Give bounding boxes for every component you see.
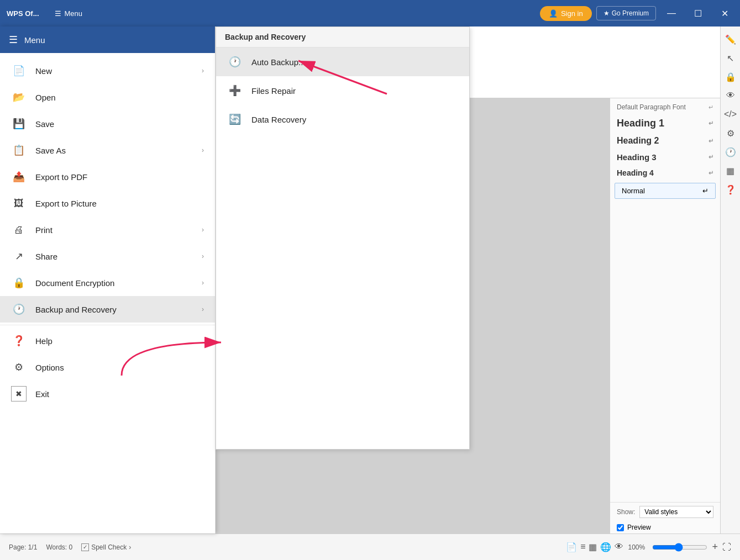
menu-item-share[interactable]: ↗ Share ›	[0, 243, 215, 270]
style-item-heading1[interactable]: Heading 1 ↵	[610, 114, 720, 133]
files-repair-label: Files Repair	[251, 86, 296, 96]
open-icon: 📂	[11, 89, 27, 105]
wps-logo: WPS Of...	[0, 0, 46, 27]
menu-items: 📄 New › 📂 Open 💾 Save 📋 Save As › 📤 Expo…	[0, 53, 215, 411]
export-picture-icon: 🖼	[11, 196, 27, 211]
submenu-item-data-recovery[interactable]: 🔄 Data Recovery	[216, 105, 469, 134]
return-icon: ↵	[708, 154, 713, 161]
show-label: Show:	[617, 508, 635, 516]
menu-item-export-pdf[interactable]: 📤 Export to PDF	[0, 163, 215, 190]
doc-encrypt-icon: 🔒	[11, 275, 27, 290]
words-info: Words: 0	[46, 543, 72, 551]
return-icon: ↵	[708, 138, 713, 145]
sidebar-icon-code[interactable]: </>	[722, 106, 739, 123]
data-recovery-label: Data Recovery	[251, 115, 306, 124]
submenu-item-files-repair[interactable]: ➕ Files Repair	[216, 76, 469, 105]
menu-item-new[interactable]: 📄 New ›	[0, 57, 215, 84]
save-as-label: Save As	[35, 146, 193, 155]
help-label: Help	[35, 336, 204, 346]
print-label: Print	[35, 225, 193, 235]
menu-item-open[interactable]: 📂 Open	[0, 84, 215, 110]
menu-item-save[interactable]: 💾 Save	[0, 110, 215, 137]
open-label: Open	[35, 93, 204, 102]
sidebar-icon-cursor[interactable]: ↖	[722, 50, 739, 66]
style-item-normal[interactable]: Normal ↵	[615, 183, 716, 199]
title-bar: WPS Of... ☰ Menu 👤 Sign in ★ Go Premium …	[0, 0, 740, 27]
menu-item-export-picture[interactable]: 🖼 Export to Picture	[0, 190, 215, 216]
view-icons: 📄 ≡ ▦ 🌐 👁	[566, 542, 623, 552]
sidebar-icon-help[interactable]: ❓	[722, 181, 739, 198]
preview-row: Preview	[610, 521, 720, 533]
backup-arrow: ›	[202, 305, 204, 313]
auto-backup-label: Auto Backup...	[251, 57, 306, 67]
zoom-in-icon[interactable]: +	[712, 541, 718, 553]
style-item-default[interactable]: Default Paragraph Font ↵	[610, 100, 720, 114]
style-item-heading3[interactable]: Heading 3 ↵	[610, 149, 720, 165]
style-item-heading2[interactable]: Heading 2 ↵	[610, 133, 720, 149]
style-list: Default Paragraph Font ↵ Heading 1 ↵ Hea…	[610, 98, 720, 502]
sidebar-icon-settings[interactable]: ⚙	[722, 125, 739, 141]
menu-header: ☰ Menu	[0, 27, 215, 53]
sidebar-icon-edit[interactable]: ✏️	[722, 31, 739, 47]
show-select[interactable]: Valid styles	[639, 506, 713, 518]
minimize-button[interactable]: —	[660, 0, 683, 27]
menu-item-exit[interactable]: ✖ Exit	[0, 381, 215, 407]
menu-item-backup[interactable]: 🕐 Backup and Recovery ›	[0, 296, 215, 323]
exit-label: Exit	[35, 389, 204, 399]
export-picture-label: Export to Picture	[35, 199, 204, 208]
options-icon: ⚙	[11, 360, 27, 375]
menu-item-help[interactable]: ❓ Help	[0, 327, 215, 354]
exit-icon: ✖	[11, 386, 27, 401]
save-label: Save	[35, 119, 204, 129]
chevron-spell: ›	[129, 543, 131, 551]
sidebar-icon-table[interactable]: ▦	[722, 162, 739, 179]
menu-header-icon: ☰	[9, 34, 18, 46]
signin-icon: 👤	[549, 9, 558, 18]
sidebar-icon-lock[interactable]: 🔒	[722, 68, 739, 85]
preview-label: Preview	[627, 524, 651, 531]
globe-icon[interactable]: 🌐	[600, 542, 611, 552]
backup-label: Backup and Recovery	[35, 305, 193, 314]
menu-item-save-as[interactable]: 📋 Save As ›	[0, 137, 215, 163]
list-view-icon[interactable]: ≡	[580, 542, 585, 552]
sidebar-icon-history[interactable]: 🕐	[722, 144, 739, 160]
share-label: Share	[35, 252, 193, 261]
save-as-icon: 📋	[11, 142, 27, 158]
checkbox-spell: ✓	[81, 543, 89, 551]
files-repair-icon: ➕	[227, 83, 243, 98]
options-label: Options	[35, 363, 204, 372]
signin-button[interactable]: 👤 Sign in	[540, 6, 592, 21]
menu-button[interactable]: ☰ Menu	[46, 0, 92, 27]
return-icon: ↵	[708, 104, 713, 111]
fullscreen-icon[interactable]: ⛶	[722, 542, 731, 552]
page-view-icon[interactable]: 📄	[566, 542, 577, 552]
menu-item-doc-encrypt[interactable]: 🔒 Document Encryption ›	[0, 270, 215, 296]
spell-check[interactable]: ✓ Spell Check ›	[81, 543, 131, 551]
columns-view-icon[interactable]: ▦	[589, 542, 597, 552]
zoom-slider[interactable]	[652, 543, 707, 552]
print-arrow: ›	[202, 226, 204, 234]
share-icon: ↗	[11, 249, 27, 264]
preview-checkbox[interactable]	[617, 524, 624, 531]
menu-item-options[interactable]: ⚙ Options	[0, 354, 215, 381]
submenu-backup: Backup and Recovery 🕐 Auto Backup... ➕ F…	[216, 27, 470, 450]
print-icon: 🖨	[11, 222, 27, 237]
auto-backup-icon: 🕐	[227, 54, 243, 70]
style-item-heading4[interactable]: Heading 4 ↵	[610, 165, 720, 181]
doc-encrypt-label: Document Encryption	[35, 278, 193, 288]
close-button[interactable]: ✕	[713, 0, 736, 27]
read-icon[interactable]: 👁	[615, 542, 623, 552]
menu-overlay: ☰ Menu 📄 New › 📂 Open 💾 Save 📋 Save As ›…	[0, 27, 216, 533]
maximize-button[interactable]: ☐	[687, 0, 709, 27]
status-bar: Page: 1/1 Words: 0 ✓ Spell Check › 📄 ≡ ▦…	[0, 533, 740, 560]
menu-item-print[interactable]: 🖨 Print ›	[0, 216, 215, 243]
gopremium-button[interactable]: ★ Go Premium	[596, 6, 656, 20]
sidebar-icon-eye[interactable]: 👁	[722, 87, 739, 104]
menu-divider	[0, 325, 215, 325]
export-pdf-label: Export to PDF	[35, 172, 204, 182]
export-pdf-icon: 📤	[11, 169, 27, 184]
new-arrow: ›	[202, 67, 204, 75]
submenu-header: Backup and Recovery	[216, 27, 469, 47]
share-arrow: ›	[202, 252, 204, 260]
submenu-item-auto-backup[interactable]: 🕐 Auto Backup...	[216, 47, 469, 76]
